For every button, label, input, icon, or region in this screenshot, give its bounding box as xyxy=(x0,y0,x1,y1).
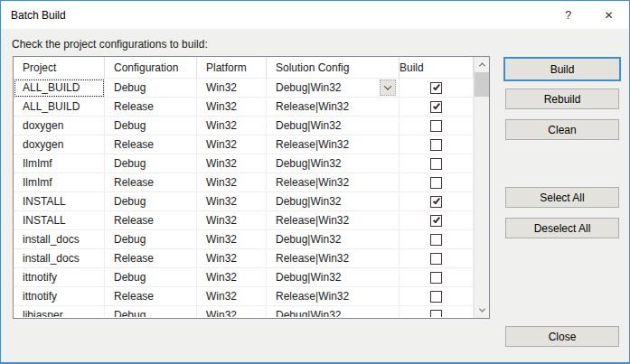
build-checkbox[interactable] xyxy=(430,234,442,246)
scrollbar-up-button[interactable] xyxy=(475,57,489,72)
project-cell[interactable]: libjasper xyxy=(14,306,105,317)
project-cell[interactable]: INSTALL xyxy=(14,211,105,230)
solution-config-cell[interactable]: Release|Win32 xyxy=(267,98,400,117)
project-cell[interactable]: ALL_BUILD xyxy=(14,79,105,98)
project-cell[interactable]: doxygen xyxy=(14,117,105,135)
table-row[interactable]: INSTALL Debug Win32 Debug|Win32 xyxy=(14,192,474,211)
platform-cell[interactable]: Win32 xyxy=(197,98,267,117)
configuration-cell[interactable]: Debug xyxy=(105,154,197,173)
build-button[interactable]: Build xyxy=(503,57,621,81)
build-checkbox[interactable] xyxy=(430,253,442,265)
scrollbar-down-button[interactable] xyxy=(475,303,489,318)
scrollbar-track[interactable] xyxy=(475,97,489,303)
solution-config-cell[interactable]: Debug|Win32 xyxy=(267,79,400,98)
build-checkbox[interactable] xyxy=(430,82,442,94)
select-all-button[interactable]: Select All xyxy=(505,187,619,208)
table-row[interactable]: INSTALL Release Win32 Release|Win32 xyxy=(14,211,474,230)
solution-config-cell[interactable]: Debug|Win32 xyxy=(267,268,400,287)
deselect-all-button[interactable]: Deselect All xyxy=(505,218,619,238)
build-checkbox[interactable] xyxy=(430,139,442,151)
help-icon[interactable]: ? xyxy=(548,1,588,29)
project-cell[interactable]: IlmImf xyxy=(14,154,105,173)
project-cell[interactable]: INSTALL xyxy=(14,192,105,211)
table-row[interactable]: install_docs Debug Win32 Debug|Win32 xyxy=(14,230,474,249)
project-cell[interactable]: ittnotify xyxy=(14,287,105,306)
build-checkbox[interactable] xyxy=(430,196,442,208)
solution-config-cell[interactable]: Debug|Win32 xyxy=(267,230,400,249)
solution-config-dropdown-button[interactable] xyxy=(380,79,396,96)
configuration-cell[interactable]: Debug xyxy=(105,192,197,211)
build-cell[interactable] xyxy=(400,306,474,317)
solution-config-cell[interactable]: Release|Win32 xyxy=(267,211,400,230)
column-header-platform[interactable]: Platform xyxy=(197,57,267,79)
build-cell[interactable] xyxy=(400,211,474,230)
build-cell[interactable] xyxy=(400,135,474,154)
solution-config-cell[interactable]: Debug|Win32 xyxy=(267,117,400,135)
column-header-project[interactable]: Project xyxy=(14,57,105,79)
table-row[interactable]: ALL_BUILD Debug Win32 Debug|Win32 xyxy=(14,79,474,98)
build-checkbox[interactable] xyxy=(430,215,442,227)
close-icon[interactable]: ✕ xyxy=(588,1,629,29)
build-checkbox[interactable] xyxy=(430,291,442,303)
solution-config-cell[interactable]: Debug|Win32 xyxy=(267,192,400,211)
platform-cell[interactable]: Win32 xyxy=(197,211,267,230)
close-button[interactable]: Close xyxy=(505,326,619,347)
platform-cell[interactable]: Win32 xyxy=(197,192,267,211)
build-cell[interactable] xyxy=(400,287,474,306)
table-row[interactable]: ittnotify Release Win32 Release|Win32 xyxy=(14,287,474,306)
configuration-cell[interactable]: Debug xyxy=(105,230,197,249)
rebuild-button[interactable]: Rebuild xyxy=(505,89,619,109)
build-cell[interactable] xyxy=(400,173,474,192)
project-cell[interactable]: IlmImf xyxy=(14,173,105,192)
column-header-build[interactable]: Build xyxy=(400,57,474,79)
build-checkbox[interactable] xyxy=(430,101,442,113)
platform-cell[interactable]: Win32 xyxy=(197,173,267,192)
build-checkbox[interactable] xyxy=(430,310,442,318)
platform-cell[interactable]: Win32 xyxy=(197,154,267,173)
build-checkbox[interactable] xyxy=(430,120,442,132)
platform-cell[interactable]: Win32 xyxy=(197,268,267,287)
project-cell[interactable]: ALL_BUILD xyxy=(14,98,105,117)
column-header-configuration[interactable]: Configuration xyxy=(105,57,197,79)
configuration-cell[interactable]: Debug xyxy=(105,117,197,135)
build-cell[interactable] xyxy=(400,154,474,173)
configuration-cell[interactable]: Release xyxy=(105,249,197,268)
configuration-cell[interactable]: Debug xyxy=(105,79,197,98)
table-row[interactable]: doxygen Debug Win32 Debug|Win32 xyxy=(14,117,474,135)
configuration-cell[interactable]: Release xyxy=(105,173,197,192)
configuration-cell[interactable]: Release xyxy=(105,135,197,154)
solution-config-cell[interactable]: Debug|Win32 xyxy=(267,154,400,173)
table-row[interactable]: doxygen Release Win32 Release|Win32 xyxy=(14,135,474,154)
table-row[interactable]: libjasper Debug Win32 Debug|Win32 xyxy=(14,306,474,317)
configuration-cell[interactable]: Release xyxy=(105,98,197,117)
platform-cell[interactable]: Win32 xyxy=(197,306,267,317)
scrollbar-thumb[interactable] xyxy=(475,72,489,97)
column-header-solution-config[interactable]: Solution Config xyxy=(267,57,400,79)
build-cell[interactable] xyxy=(400,98,474,117)
platform-cell[interactable]: Win32 xyxy=(197,287,267,306)
project-cell[interactable]: ittnotify xyxy=(14,268,105,287)
table-row[interactable]: ittnotify Debug Win32 Debug|Win32 xyxy=(14,268,474,287)
solution-config-cell[interactable]: Release|Win32 xyxy=(267,287,400,306)
build-cell[interactable] xyxy=(400,192,474,211)
build-cell[interactable] xyxy=(400,117,474,135)
build-checkbox[interactable] xyxy=(430,272,442,284)
build-checkbox[interactable] xyxy=(430,158,442,170)
configuration-cell[interactable]: Release xyxy=(105,287,197,306)
configuration-cell[interactable]: Debug xyxy=(105,268,197,287)
build-checkbox[interactable] xyxy=(430,177,442,189)
platform-cell[interactable]: Win32 xyxy=(197,79,267,98)
build-cell[interactable] xyxy=(400,79,474,98)
solution-config-cell[interactable]: Release|Win32 xyxy=(267,135,400,154)
platform-cell[interactable]: Win32 xyxy=(197,117,267,135)
vertical-scrollbar[interactable] xyxy=(474,57,489,318)
table-row[interactable]: IlmImf Debug Win32 Debug|Win32 xyxy=(14,154,474,173)
project-cell[interactable]: install_docs xyxy=(14,230,105,249)
clean-button[interactable]: Clean xyxy=(505,119,619,140)
table-row[interactable]: ALL_BUILD Release Win32 Release|Win32 xyxy=(14,98,474,117)
platform-cell[interactable]: Win32 xyxy=(197,230,267,249)
table-row[interactable]: install_docs Release Win32 Release|Win32 xyxy=(14,249,474,268)
build-cell[interactable] xyxy=(400,249,474,268)
build-cell[interactable] xyxy=(400,268,474,287)
configuration-cell[interactable]: Release xyxy=(105,211,197,230)
